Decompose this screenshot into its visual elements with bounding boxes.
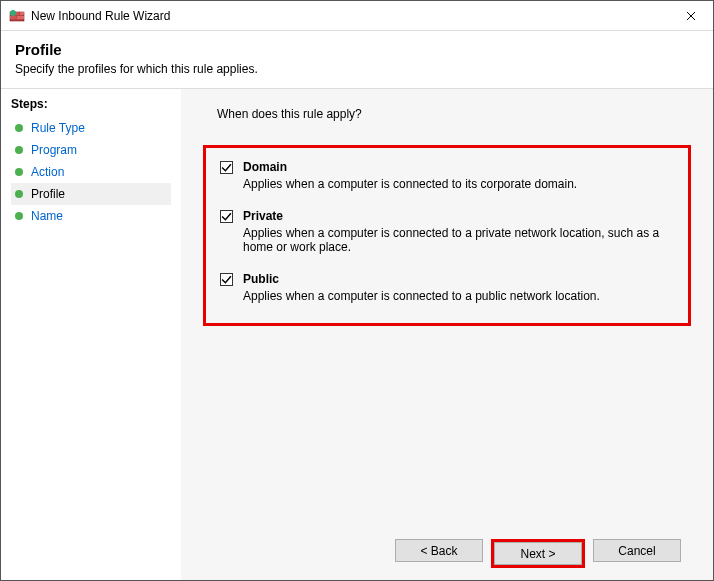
checkbox-public[interactable] — [220, 273, 233, 286]
firewall-icon — [9, 8, 25, 24]
profile-domain-label: Domain — [243, 160, 287, 174]
profile-domain: Domain Applies when a computer is connec… — [220, 160, 674, 191]
step-label: Name — [31, 209, 63, 223]
step-label: Action — [31, 165, 64, 179]
profile-public: Public Applies when a computer is connec… — [220, 272, 674, 303]
back-button[interactable]: < Back — [395, 539, 483, 562]
step-rule-type[interactable]: Rule Type — [11, 117, 171, 139]
bullet-icon — [15, 190, 23, 198]
svg-rect-4 — [10, 16, 16, 19]
step-label: Program — [31, 143, 77, 157]
bullet-icon — [15, 146, 23, 154]
profile-private-desc: Applies when a computer is connected to … — [243, 226, 673, 254]
profile-private: Private Applies when a computer is conne… — [220, 209, 674, 254]
next-button[interactable]: Next > — [494, 542, 582, 565]
header: Profile Specify the profiles for which t… — [1, 31, 713, 88]
profile-public-label: Public — [243, 272, 279, 286]
close-icon — [686, 11, 696, 21]
svg-rect-5 — [17, 16, 24, 19]
profile-public-desc: Applies when a computer is connected to … — [243, 289, 673, 303]
bullet-icon — [15, 212, 23, 220]
main-panel: When does this rule apply? Domain Applie… — [181, 89, 713, 580]
svg-point-6 — [10, 10, 16, 16]
question-text: When does this rule apply? — [217, 107, 691, 121]
footer-buttons: < Back Next > Cancel — [203, 527, 691, 580]
step-label: Rule Type — [31, 121, 85, 135]
svg-rect-3 — [20, 12, 24, 15]
check-icon — [221, 274, 232, 285]
titlebar: New Inbound Rule Wizard — [1, 1, 713, 31]
check-icon — [221, 211, 232, 222]
step-profile[interactable]: Profile — [11, 183, 171, 205]
check-icon — [221, 162, 232, 173]
next-highlight: Next > — [491, 539, 585, 568]
checkbox-domain[interactable] — [220, 161, 233, 174]
window-title: New Inbound Rule Wizard — [31, 9, 170, 23]
profile-domain-desc: Applies when a computer is connected to … — [243, 177, 673, 191]
close-button[interactable] — [668, 1, 713, 31]
body: Steps: Rule Type Program Action Profile … — [1, 88, 713, 580]
profile-private-label: Private — [243, 209, 283, 223]
bullet-icon — [15, 124, 23, 132]
steps-title: Steps: — [11, 97, 171, 111]
step-action[interactable]: Action — [11, 161, 171, 183]
page-title: Profile — [15, 41, 699, 58]
wizard-window: New Inbound Rule Wizard Profile Specify … — [0, 0, 714, 581]
profiles-highlight-box: Domain Applies when a computer is connec… — [203, 145, 691, 326]
steps-sidebar: Steps: Rule Type Program Action Profile … — [1, 89, 181, 580]
step-name[interactable]: Name — [11, 205, 171, 227]
step-label: Profile — [31, 187, 65, 201]
cancel-button[interactable]: Cancel — [593, 539, 681, 562]
bullet-icon — [15, 168, 23, 176]
page-subtitle: Specify the profiles for which this rule… — [15, 62, 699, 76]
checkbox-private[interactable] — [220, 210, 233, 223]
step-program[interactable]: Program — [11, 139, 171, 161]
